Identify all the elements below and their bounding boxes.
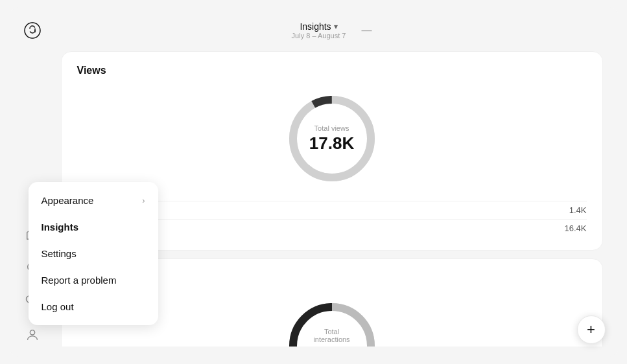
app-logo [22,20,43,43]
menu-item-logout[interactable]: Log out [29,293,158,320]
chevron-down-icon[interactable]: ▾ [334,22,338,31]
compose-fab[interactable]: + [577,315,606,344]
views-donut-container: Total views 17.8K [77,87,587,190]
menu-item-settings[interactable]: Settings [29,240,158,267]
menu-item-report[interactable]: Report a problem [29,267,158,293]
chevron-right-icon: › [142,196,145,205]
views-donut-label: Total views 17.8K [309,124,354,154]
menu-item-insights[interactable]: Insights [29,214,158,240]
context-menu: Appearance › Insights Settings Report a … [29,182,158,325]
insights-title: Insights [300,21,331,32]
date-range: July 8 – August 7 [292,32,346,40]
svg-point-2 [30,330,34,335]
minimize-icon[interactable]: — [361,25,372,36]
views-donut-chart: Total views 17.8K [280,87,384,190]
menu-item-appearance[interactable]: Appearance › [29,187,158,214]
user-icon[interactable] [23,326,41,344]
interactions-donut-chart: Total interactions 255 [280,294,384,347]
views-card-title: Views [77,65,587,76]
top-bar: Insights ▾ July 8 – August 7 — [61,17,603,43]
interactions-donut-label: Total interactions 255 [306,328,358,347]
